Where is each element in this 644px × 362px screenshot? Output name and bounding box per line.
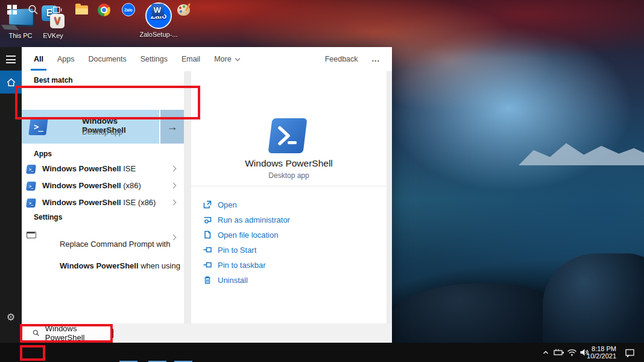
file-location-icon [203,230,212,239]
divider [191,186,387,186]
wifi-icon [567,348,577,357]
chrome-icon [98,4,110,16]
rail-home-button[interactable] [0,71,22,94]
feedback-button[interactable]: Feedback [325,55,358,63]
powershell-icon: >_ [28,118,48,135]
zalo-icon: Zalo [122,3,135,16]
powershell-icon: >_ [26,165,36,174]
word-button[interactable]: W [146,0,169,19]
powershell-icon: >_ [26,182,36,191]
home-icon [6,77,16,87]
powershell-icon-large [268,118,307,153]
tab-apps[interactable]: Apps [57,55,75,63]
zalo-button[interactable]: Zalo [117,0,140,19]
apps-header: Apps [34,150,52,158]
tray-network[interactable] [567,343,577,362]
battery-icon [554,348,564,357]
file-explorer-button[interactable] [70,0,93,19]
best-match-result[interactable]: >_ Windows PowerShell Desktop app [22,110,159,144]
best-match-subtitle: Desktop app [82,128,122,136]
chevron-right-icon[interactable] [171,183,177,189]
chevron-right-icon[interactable] [171,200,177,206]
action-open-file-location[interactable]: Open file location [203,229,278,241]
desktop-icon-label: ZaloSetup-... [139,31,178,38]
details-subtitle: Desktop app [191,171,387,180]
chevron-right-icon[interactable] [171,166,177,172]
tab-settings[interactable]: Settings [140,55,168,63]
result-powershell-ise[interactable]: >_ Windows PowerShell ISE [22,160,184,177]
result-replace-command-prompt[interactable]: Replace Command Prompt with Windows Powe… [22,224,184,251]
action-center-icon [625,348,635,357]
taskbar-search-button[interactable] [22,0,45,19]
tray-show-hidden-icons[interactable] [541,343,550,362]
tab-all[interactable]: All [34,55,43,63]
word-icon: W [151,4,164,16]
tab-documents[interactable]: Documents [88,55,126,63]
start-button[interactable] [1,0,24,19]
action-center-button[interactable] [625,343,635,362]
pin-icon [203,261,212,269]
tray-battery[interactable] [554,343,564,362]
search-window: All Apps Documents Settings Email More F… [22,47,392,343]
text-caret [113,329,113,338]
tab-more[interactable]: More [214,55,239,63]
details-title: Windows PowerShell [191,158,387,169]
file-explorer-icon [75,5,88,14]
clock-time: 8:18 PM [587,345,616,352]
trash-icon [203,276,212,284]
search-tabs-bar: All Apps Documents Settings Email More F… [22,47,392,71]
action-open[interactable]: Open [203,198,237,211]
right-arrow-icon: → [167,121,178,133]
search-icon [28,4,39,15]
search-input[interactable]: Windows PowerShell [22,323,113,343]
tab-email[interactable]: Email [182,55,200,63]
options-ellipsis-button[interactable]: ... [372,55,380,63]
pin-icon [203,246,212,254]
action-uninstall[interactable]: Uninstall [203,274,248,286]
search-icon [33,329,40,337]
search-query-text: Windows PowerShell [45,324,107,342]
clock-date: 10/2/2021 [587,352,616,360]
action-pin-to-taskbar[interactable]: Pin to taskbar [203,259,266,271]
result-powershell-x86[interactable]: >_ Windows PowerShell (x86) [22,177,184,194]
hamburger-menu-button[interactable] [6,56,16,66]
search-bar: Windows PowerShell [22,323,392,343]
task-view-button[interactable] [45,0,68,19]
run-admin-icon [203,215,212,224]
gear-icon: ⚙ [7,311,15,323]
tray-clock[interactable]: 8:18 PM 10/2/2021 [590,343,616,362]
chevron-up-icon [541,348,550,357]
paint-button[interactable] [172,0,195,19]
desktop-icon-label: EVKey [34,32,72,39]
command-window-icon [27,232,36,238]
chevron-down-icon [235,56,239,60]
results-panel: Best match >_ Windows PowerShell Desktop… [22,71,184,323]
best-match-header: Best match [34,76,73,84]
windows-logo-icon [7,5,17,14]
powershell-icon: >_ [26,198,36,208]
task-view-icon [51,5,62,15]
chrome-button[interactable] [92,0,115,19]
settings-header: Settings [34,213,62,221]
action-run-as-administrator[interactable]: Run as administrator [203,214,290,226]
search-rail: ⚙ [0,47,22,343]
result-powershell-ise-x86[interactable]: >_ Windows PowerShell ISE (x86) [22,194,184,211]
action-pin-to-start[interactable]: Pin to Start [203,244,256,256]
expand-result-button[interactable]: → [160,110,184,144]
details-panel: Windows PowerShell Desktop app Open Run … [191,71,387,323]
paint-icon [177,4,190,16]
open-icon [203,200,212,209]
rail-settings-button[interactable]: ⚙ [0,308,22,326]
